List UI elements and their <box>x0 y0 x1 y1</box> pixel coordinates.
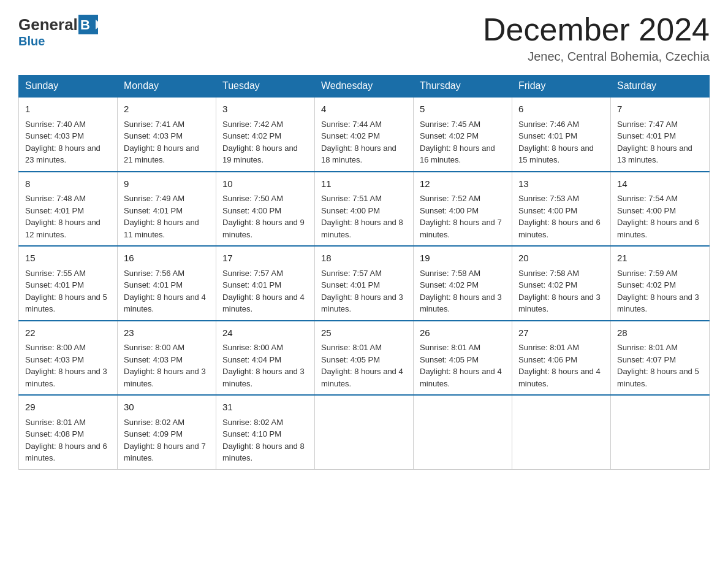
logo-text: General B <box>18 15 98 34</box>
table-row: 17 Sunrise: 7:57 AM Sunset: 4:01 PM Dayl… <box>216 246 315 321</box>
logo-blue-word: Blue <box>18 34 45 48</box>
sunrise-info: Sunrise: 7:52 AM <box>420 194 480 203</box>
table-row: 4 Sunrise: 7:44 AM Sunset: 4:02 PM Dayli… <box>315 97 414 172</box>
day-number: 11 <box>321 177 407 191</box>
daylight-info: Daylight: 8 hours and 13 minutes. <box>617 144 692 165</box>
daylight-info: Daylight: 8 hours and 18 minutes. <box>321 144 396 165</box>
sunset-info: Sunset: 4:06 PM <box>518 355 577 364</box>
calendar-week-row: 8 Sunrise: 7:48 AM Sunset: 4:01 PM Dayli… <box>19 172 710 247</box>
table-row <box>611 395 710 469</box>
table-row: 29 Sunrise: 8:01 AM Sunset: 4:08 PM Dayl… <box>19 395 118 469</box>
day-number: 23 <box>124 326 210 340</box>
sunrise-info: Sunrise: 7:57 AM <box>222 269 283 278</box>
day-number: 2 <box>124 102 210 117</box>
day-number: 29 <box>25 400 111 415</box>
table-row: 24 Sunrise: 8:00 AM Sunset: 4:04 PM Dayl… <box>216 321 315 396</box>
sunrise-info: Sunrise: 7:42 AM <box>222 120 283 129</box>
table-row: 14 Sunrise: 7:54 AM Sunset: 4:00 PM Dayl… <box>611 172 710 247</box>
day-number: 19 <box>420 251 506 266</box>
day-number: 14 <box>617 177 703 191</box>
sunrise-info: Sunrise: 7:46 AM <box>518 120 579 129</box>
day-number: 1 <box>25 102 111 117</box>
day-number: 24 <box>222 326 308 340</box>
sunset-info: Sunset: 4:02 PM <box>420 131 479 140</box>
sunset-info: Sunset: 4:02 PM <box>321 131 380 140</box>
daylight-info: Daylight: 8 hours and 3 minutes. <box>617 293 699 314</box>
sunrise-info: Sunrise: 8:01 AM <box>518 343 579 352</box>
daylight-info: Daylight: 8 hours and 3 minutes. <box>518 293 601 314</box>
sunrise-info: Sunrise: 7:55 AM <box>25 269 86 278</box>
sunrise-info: Sunrise: 7:50 AM <box>222 194 283 203</box>
sunrise-info: Sunrise: 8:01 AM <box>321 343 382 352</box>
day-number: 7 <box>617 102 703 117</box>
sunrise-info: Sunrise: 7:49 AM <box>124 194 184 203</box>
daylight-info: Daylight: 8 hours and 19 minutes. <box>222 144 298 165</box>
table-row: 10 Sunrise: 7:50 AM Sunset: 4:00 PM Dayl… <box>216 172 315 247</box>
sunset-info: Sunset: 4:01 PM <box>124 206 183 215</box>
daylight-info: Daylight: 8 hours and 3 minutes. <box>321 293 403 314</box>
sunset-info: Sunset: 4:05 PM <box>420 355 479 364</box>
sunrise-info: Sunrise: 7:53 AM <box>518 194 579 203</box>
daylight-info: Daylight: 8 hours and 23 minutes. <box>25 144 100 165</box>
sunset-info: Sunset: 4:01 PM <box>617 131 676 140</box>
table-row: 3 Sunrise: 7:42 AM Sunset: 4:02 PM Dayli… <box>216 97 315 172</box>
sunrise-info: Sunrise: 8:01 AM <box>420 343 480 352</box>
daylight-info: Daylight: 8 hours and 7 minutes. <box>124 442 206 463</box>
day-number: 3 <box>222 102 308 117</box>
title-block: December 2024 Jenec, Central Bohemia, Cz… <box>483 12 710 64</box>
sunrise-info: Sunrise: 8:00 AM <box>124 343 184 352</box>
table-row: 30 Sunrise: 8:02 AM Sunset: 4:09 PM Dayl… <box>118 395 216 469</box>
table-row: 15 Sunrise: 7:55 AM Sunset: 4:01 PM Dayl… <box>19 246 118 321</box>
day-number: 10 <box>222 177 308 191</box>
table-row: 27 Sunrise: 8:01 AM Sunset: 4:06 PM Dayl… <box>512 321 611 396</box>
table-row: 7 Sunrise: 7:47 AM Sunset: 4:01 PM Dayli… <box>611 97 710 172</box>
sunrise-info: Sunrise: 8:00 AM <box>222 343 283 352</box>
daylight-info: Daylight: 8 hours and 11 minutes. <box>124 218 199 239</box>
sunset-info: Sunset: 4:08 PM <box>25 429 84 439</box>
sunset-info: Sunset: 4:01 PM <box>222 280 281 289</box>
table-row: 5 Sunrise: 7:45 AM Sunset: 4:02 PM Dayli… <box>414 97 512 172</box>
daylight-info: Daylight: 8 hours and 4 minutes. <box>420 367 502 388</box>
sunrise-info: Sunrise: 7:40 AM <box>25 120 86 129</box>
table-row: 9 Sunrise: 7:49 AM Sunset: 4:01 PM Dayli… <box>118 172 216 247</box>
table-row: 2 Sunrise: 7:41 AM Sunset: 4:03 PM Dayli… <box>118 97 216 172</box>
sunset-info: Sunset: 4:02 PM <box>518 280 577 289</box>
day-number: 5 <box>420 102 506 117</box>
col-tuesday: Tuesday <box>216 75 315 98</box>
sunset-info: Sunset: 4:00 PM <box>617 206 676 215</box>
table-row: 25 Sunrise: 8:01 AM Sunset: 4:05 PM Dayl… <box>315 321 414 396</box>
sunrise-info: Sunrise: 7:58 AM <box>420 269 480 278</box>
daylight-info: Daylight: 8 hours and 4 minutes. <box>518 367 601 388</box>
daylight-info: Daylight: 8 hours and 5 minutes. <box>25 293 107 314</box>
daylight-info: Daylight: 8 hours and 12 minutes. <box>25 218 100 239</box>
table-row: 31 Sunrise: 8:02 AM Sunset: 4:10 PM Dayl… <box>216 395 315 469</box>
daylight-info: Daylight: 8 hours and 3 minutes. <box>124 367 206 388</box>
sunset-info: Sunset: 4:04 PM <box>222 355 281 364</box>
col-monday: Monday <box>118 75 216 98</box>
sunset-info: Sunset: 4:01 PM <box>124 280 183 289</box>
sunset-info: Sunset: 4:01 PM <box>321 280 380 289</box>
sunrise-info: Sunrise: 7:48 AM <box>25 194 86 203</box>
daylight-info: Daylight: 8 hours and 8 minutes. <box>321 218 403 239</box>
day-number: 9 <box>124 177 210 191</box>
sunset-info: Sunset: 4:02 PM <box>420 280 479 289</box>
daylight-info: Daylight: 8 hours and 3 minutes. <box>420 293 502 314</box>
sunset-info: Sunset: 4:09 PM <box>124 429 183 439</box>
table-row: 22 Sunrise: 8:00 AM Sunset: 4:03 PM Dayl… <box>19 321 118 396</box>
sunset-info: Sunset: 4:00 PM <box>420 206 479 215</box>
day-number: 27 <box>518 326 604 340</box>
table-row: 1 Sunrise: 7:40 AM Sunset: 4:03 PM Dayli… <box>19 97 118 172</box>
table-row: 20 Sunrise: 7:58 AM Sunset: 4:02 PM Dayl… <box>512 246 611 321</box>
sunrise-info: Sunrise: 7:41 AM <box>124 120 184 129</box>
sunrise-info: Sunrise: 7:45 AM <box>420 120 480 129</box>
sunset-info: Sunset: 4:02 PM <box>617 280 676 289</box>
daylight-info: Daylight: 8 hours and 6 minutes. <box>617 218 699 239</box>
table-row: 6 Sunrise: 7:46 AM Sunset: 4:01 PM Dayli… <box>512 97 611 172</box>
logo: General B Blue <box>18 12 98 48</box>
sunset-info: Sunset: 4:01 PM <box>25 280 84 289</box>
day-number: 30 <box>124 400 210 415</box>
table-row <box>512 395 611 469</box>
page-header: General B Blue December 2024 Jenec, Cent… <box>18 12 710 64</box>
col-sunday: Sunday <box>19 75 118 98</box>
table-row: 16 Sunrise: 7:56 AM Sunset: 4:01 PM Dayl… <box>118 246 216 321</box>
